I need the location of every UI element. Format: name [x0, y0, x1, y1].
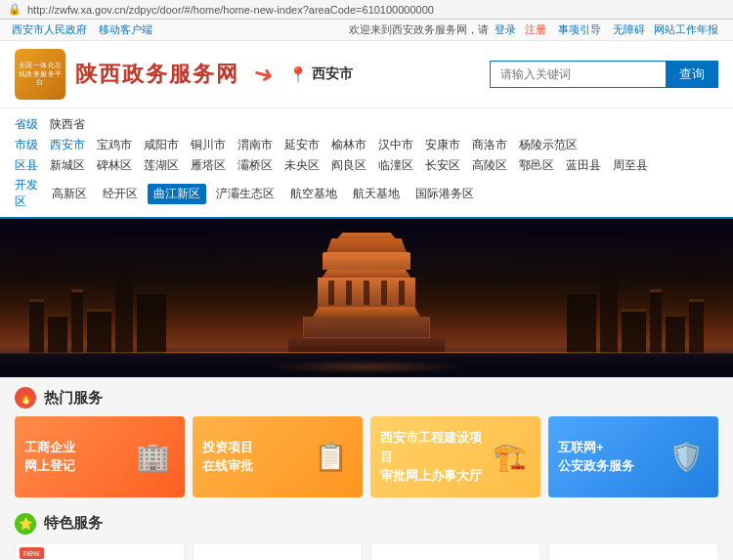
top-nav: 西安市人民政府 移动客户端 欢迎来到西安政务服务网，请 登录 注册 事项引导 无… — [0, 20, 733, 41]
hero-banner — [0, 219, 733, 377]
header: 全国一体化在线政务服务平台 陕西政务服务网 ➜ 📍 西安市 查询 — [0, 41, 733, 108]
hot-service-card[interactable]: 投资项目 在线审批📋 — [193, 416, 363, 497]
region-item[interactable]: 陕西省 — [46, 115, 89, 134]
login-link[interactable]: 登录 — [495, 23, 516, 35]
location-pin-icon: 📍 — [288, 65, 308, 84]
search-button[interactable]: 查询 — [666, 61, 718, 88]
region-item[interactable]: 新城区 — [46, 156, 89, 175]
devzone-label: 开发区 — [15, 177, 46, 210]
region-item[interactable]: 临潼区 — [374, 156, 417, 175]
hot-services-section: 🔥 热门服务 工商企业 网上登记🏢投资项目 在线审批📋西安市工程建设项目 审批网… — [0, 377, 733, 505]
featured-card-icon: 📄 — [307, 555, 352, 561]
hot-service-card[interactable]: 西安市工程建设项目 审批网上办事大厅🏗️ — [370, 416, 540, 497]
province-label: 省级 — [15, 116, 46, 133]
featured-service-card[interactable]: 出入境证件 便利化服务✈️ — [370, 542, 540, 561]
nav-mobile[interactable]: 移动客户端 — [99, 22, 152, 37]
devzone-row: 开发区 高新区经开区曲江新区浐灞生态区航空基地航天基地国际港务区 — [15, 177, 718, 210]
region-item[interactable]: 鄠邑区 — [515, 156, 558, 175]
left-buildings — [29, 275, 166, 353]
region-item[interactable]: 商洛市 — [468, 136, 511, 154]
browser-bar: 🔒 http://zwfw.xa.gov.cn/zdpyc/door/#/hom… — [0, 0, 733, 20]
top-nav-right: 欢迎来到西安政务服务网，请 登录 注册 事项引导 无障碍 网站工作年报 — [349, 22, 721, 37]
featured-services-section: ⭐ 特色服务 new利企便民政策 一码通📖一件事一次办📄出入境证件 便利化服务✈… — [0, 505, 733, 561]
welcome-text: 欢迎来到西安政务服务网，请 — [349, 23, 489, 35]
service-card-icon: 📋 — [308, 434, 353, 479]
service-card-text: 投资项目 在线审批 — [202, 438, 253, 476]
region-item[interactable]: 国际港务区 — [410, 184, 480, 204]
region-item[interactable]: 铜川市 — [187, 136, 230, 154]
fire-icon: 🔥 — [15, 387, 36, 409]
featured-service-card[interactable]: 一件事一次办📄 — [193, 542, 363, 561]
platform-label: 全国一体化在线政务服务平台 — [18, 62, 63, 86]
star-icon: ⭐ — [15, 513, 36, 535]
logo-main-title: 陕西政务服务网 — [75, 60, 239, 89]
region-item[interactable]: 未央区 — [280, 156, 323, 175]
nav-gov[interactable]: 西安市人民政府 — [12, 22, 87, 37]
region-item[interactable]: 莲湖区 — [140, 156, 183, 175]
region-item[interactable]: 航空基地 — [284, 184, 343, 204]
register-link[interactable]: 注册 — [525, 23, 546, 35]
region-item[interactable]: 灞桥区 — [234, 156, 277, 175]
district-label: 区县 — [15, 157, 46, 174]
region-item[interactable]: 汉中市 — [374, 136, 417, 154]
region-item[interactable]: 阎良区 — [327, 156, 370, 175]
city-items: 西安市宝鸡市咸阳市铜川市渭南市延安市榆林市汉中市安康市商洛市杨陵示范区 — [46, 136, 582, 154]
region-item[interactable]: 碑林区 — [93, 156, 136, 175]
hot-service-card[interactable]: 工商企业 网上登记🏢 — [15, 416, 185, 497]
featured-service-card[interactable]: new利企便民政策 一码通📖 — [15, 542, 185, 561]
region-item[interactable]: 航天基地 — [347, 184, 406, 204]
annual-link[interactable]: 网站工作年报 — [654, 23, 718, 35]
region-item[interactable]: 杨陵示范区 — [515, 136, 582, 154]
hot-services-title: 🔥 热门服务 — [15, 387, 718, 409]
center-tower — [288, 233, 445, 353]
service-card-icon: 🏢 — [130, 434, 175, 479]
guide-link[interactable]: 事项引导 — [558, 23, 601, 35]
region-item[interactable]: 高陵区 — [468, 156, 511, 175]
city-label: 市级 — [15, 137, 46, 153]
devzone-items: 高新区经开区曲江新区浐灞生态区航空基地航天基地国际港务区 — [46, 184, 480, 204]
region-item[interactable]: 雁塔区 — [187, 156, 230, 175]
region-item[interactable]: 蓝田县 — [562, 156, 605, 175]
district-row: 区县 新城区碑林区莲湖区雁塔区灞桥区未央区阎良区临潼区长安区高陵区鄠邑区蓝田县周… — [15, 156, 718, 175]
hot-title-text: 热门服务 — [44, 389, 103, 408]
right-buildings — [567, 275, 704, 353]
district-items: 新城区碑林区莲湖区雁塔区灞桥区未央区阎良区临潼区长安区高陵区鄠邑区蓝田县周至县 — [46, 156, 652, 175]
featured-card-icon: ✈️ — [485, 555, 530, 561]
region-item[interactable]: 榆林市 — [327, 136, 370, 154]
ssl-icon: 🔒 — [8, 3, 22, 16]
region-selector: 省级 陕西省 市级 西安市宝鸡市咸阳市铜川市渭南市延安市榆林市汉中市安康市商洛市… — [0, 108, 733, 219]
region-item[interactable]: 曲江新区 — [148, 184, 206, 204]
city-selector[interactable]: 📍 西安市 — [288, 65, 353, 84]
nobarrier-link[interactable]: 无障碍 — [613, 23, 645, 35]
featured-title-text: 特色服务 — [44, 514, 103, 533]
region-item[interactable]: 浐灞生态区 — [210, 184, 280, 204]
new-badge: new — [20, 547, 44, 559]
arrow-decoration: ➜ — [251, 59, 278, 90]
search-input[interactable] — [490, 61, 666, 88]
region-item[interactable]: 周至县 — [609, 156, 652, 175]
region-item[interactable]: 延安市 — [280, 136, 323, 154]
region-item[interactable]: 咸阳市 — [140, 136, 183, 154]
city-row: 市级 西安市宝鸡市咸阳市铜川市渭南市延安市榆林市汉中市安康市商洛市杨陵示范区 — [15, 136, 718, 154]
hot-service-grid: 工商企业 网上登记🏢投资项目 在线审批📋西安市工程建设项目 审批网上办事大厅🏗️… — [15, 416, 718, 497]
service-card-text: 工商企业 网上登记 — [24, 438, 75, 476]
city-name: 西安市 — [312, 65, 353, 83]
region-item[interactable]: 长安区 — [421, 156, 464, 175]
logo-icon: 全国一体化在线政务服务平台 — [15, 49, 65, 100]
url-bar[interactable]: http://zwfw.xa.gov.cn/zdpyc/door/#/home/… — [27, 4, 725, 16]
region-item[interactable]: 西安市 — [46, 136, 89, 154]
region-item[interactable]: 渭南市 — [234, 136, 277, 154]
logo-title-area: 陕西政务服务网 — [75, 60, 239, 89]
region-item[interactable]: 高新区 — [46, 184, 93, 204]
search-area: 查询 — [490, 61, 718, 88]
hot-service-card[interactable]: 互联网+ 公安政务服务🛡️ — [548, 416, 718, 497]
top-nav-left: 西安市人民政府 移动客户端 — [12, 22, 152, 37]
featured-service-card[interactable]: 跑动次数清单📊 — [548, 542, 718, 561]
region-item[interactable]: 安康市 — [421, 136, 464, 154]
logo-area: 全国一体化在线政务服务平台 陕西政务服务网 ➜ 📍 西安市 — [15, 49, 353, 100]
featured-service-grid: new利企便民政策 一码通📖一件事一次办📄出入境证件 便利化服务✈️跑动次数清单… — [15, 542, 718, 561]
region-item[interactable]: 经开区 — [97, 184, 144, 204]
region-item[interactable]: 宝鸡市 — [93, 136, 136, 154]
service-card-text: 互联网+ 公安政务服务 — [558, 438, 634, 476]
province-row: 省级 陕西省 — [15, 115, 718, 134]
